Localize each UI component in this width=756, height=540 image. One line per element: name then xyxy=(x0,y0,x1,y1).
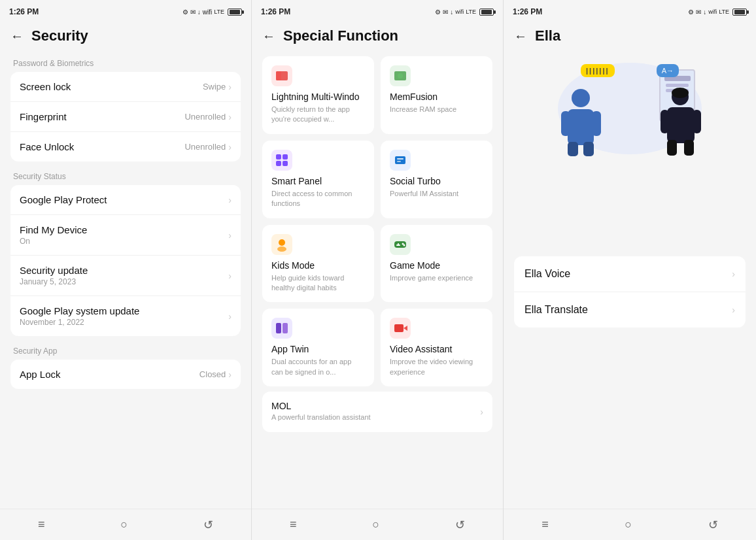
lightning-icon xyxy=(271,65,292,86)
svg-point-11 xyxy=(279,239,285,246)
security-status-group: Google Play Protect › Find My Device On … xyxy=(10,185,241,336)
security-app-group: App Lock Closed › xyxy=(10,360,241,389)
svg-rect-31 xyxy=(661,110,669,133)
svg-rect-5 xyxy=(283,154,288,160)
nav-home-1[interactable]: ○ xyxy=(120,518,128,532)
kids-mode-title: Kids Mode xyxy=(271,260,365,271)
fingerprint-title: Fingerprint xyxy=(20,111,67,122)
ella-translate-badge: A→ xyxy=(657,64,679,77)
video-assistant-card[interactable]: Video Assistant Improve the video viewin… xyxy=(381,309,492,386)
ella-voice-title: Ella Voice xyxy=(524,268,570,280)
svg-point-12 xyxy=(277,246,286,252)
password-biometrics-group: Screen lock Swipe › Fingerprint Unenroll… xyxy=(10,72,241,161)
svg-rect-9 xyxy=(397,158,404,160)
svg-marker-21 xyxy=(404,326,407,331)
nav-back-2[interactable]: ↺ xyxy=(455,518,465,532)
app-lock-chevron: › xyxy=(228,369,232,380)
find-my-device-title: Find My Device xyxy=(20,224,87,235)
google-play-protect-item[interactable]: Google Play Protect › xyxy=(10,185,241,215)
screen-lock-chevron: › xyxy=(228,82,232,92)
smart-panel-card[interactable]: Smart Panel Direct access to common func… xyxy=(262,141,374,218)
svg-rect-32 xyxy=(693,110,701,133)
svg-rect-18 xyxy=(276,323,281,333)
mol-chevron: › xyxy=(480,407,483,417)
back-button-3[interactable]: ← xyxy=(514,29,527,44)
network-icon-3: LTE xyxy=(719,8,729,15)
smart-panel-title: Smart Panel xyxy=(271,176,365,186)
face-unlock-item[interactable]: Face Unlock Unenrolled › xyxy=(10,132,241,161)
svg-rect-26 xyxy=(568,142,578,156)
page-header-3: ← Ella xyxy=(504,21,756,51)
face-unlock-value: Unenrolled xyxy=(184,142,226,152)
nav-menu-2[interactable]: ≡ xyxy=(290,518,297,532)
bottom-nav-1: ≡ ○ ↺ xyxy=(0,509,251,540)
app-twin-desc: Dual accounts for an app can be signed i… xyxy=(271,357,365,377)
memfusion-desc: Increase RAM space xyxy=(390,105,483,114)
google-play-protect-chevron: › xyxy=(228,195,232,205)
status-time-2: 1:26 PM xyxy=(261,7,290,16)
social-turbo-card[interactable]: Social Turbo Powerful IM Assistant xyxy=(381,141,492,218)
google-play-system-chevron: › xyxy=(228,311,232,322)
svg-point-29 xyxy=(672,88,689,98)
mol-desc: A powerful translation assistant xyxy=(271,413,371,422)
page-header-1: ← Security xyxy=(0,21,251,51)
page-header-2: ← Special Function xyxy=(252,21,503,51)
nav-back-1[interactable]: ↺ xyxy=(203,518,213,532)
back-button-2[interactable]: ← xyxy=(262,29,275,44)
memfusion-icon xyxy=(390,65,411,86)
fingerprint-item[interactable]: Fingerprint Unenrolled › xyxy=(10,102,241,132)
section-label-security: Security Status xyxy=(10,164,241,185)
mol-item[interactable]: MOL A powerful translation assistant › xyxy=(262,392,492,431)
app-twin-icon xyxy=(271,318,292,339)
screen-lock-item[interactable]: Screen lock Swipe › xyxy=(10,72,241,102)
svg-rect-6 xyxy=(276,161,281,166)
face-unlock-title: Face Unlock xyxy=(20,141,74,152)
nav-back-3[interactable]: ↺ xyxy=(708,518,718,532)
lightning-card[interactable]: Lightning Multi-Windo Quickly return to … xyxy=(262,56,374,134)
nav-home-3[interactable]: ○ xyxy=(625,518,632,532)
kids-mode-desc: Help guide kids toward healthy digital h… xyxy=(271,273,365,294)
smart-panel-desc: Direct access to common functions xyxy=(271,189,365,209)
download-icon-2: ↓ xyxy=(450,8,453,16)
security-update-title: Security update xyxy=(20,265,88,276)
screen-lock-value: Swipe xyxy=(203,82,226,92)
lightning-desc: Quickly return to the app you're occupie… xyxy=(271,105,365,125)
ella-options-group: Ella Voice › Ella Translate › xyxy=(514,256,746,328)
lightning-title: Lightning Multi-Windo xyxy=(271,92,365,102)
find-my-device-sub: On xyxy=(20,237,87,246)
svg-rect-24 xyxy=(561,111,570,136)
ella-voice-item[interactable]: Ella Voice › xyxy=(514,256,746,292)
nav-menu-3[interactable]: ≡ xyxy=(541,518,549,532)
nav-home-2[interactable]: ○ xyxy=(372,518,379,532)
security-panel: 1:26 PM ⚙ ✉ ↓ wifi LTE ← Security Passwo… xyxy=(0,0,252,540)
page-title-1: Security xyxy=(31,27,88,44)
video-assistant-icon xyxy=(390,318,411,339)
svg-rect-23 xyxy=(568,109,594,145)
back-button-1[interactable]: ← xyxy=(10,29,24,44)
kids-mode-card[interactable]: Kids Mode Help guide kids toward healthy… xyxy=(262,225,374,303)
google-play-system-item[interactable]: Google Play system update November 1, 20… xyxy=(10,296,241,336)
status-icons-1: ⚙ ✉ ↓ wifi LTE xyxy=(182,8,242,16)
app-lock-item[interactable]: App Lock Closed › xyxy=(10,360,241,389)
app-twin-card[interactable]: App Twin Dual accounts for an app can be… xyxy=(262,309,374,386)
ella-translate-title: Ella Translate xyxy=(524,304,588,316)
screen-lock-title: Screen lock xyxy=(20,81,71,92)
game-mode-card[interactable]: Game Mode Improve game experience xyxy=(381,225,492,303)
special-function-panel: 1:26 PM ⚙ ✉ ↓ wifi LTE ← Special Functio… xyxy=(252,0,504,540)
message-icon-1: ✉ xyxy=(190,8,196,16)
svg-point-17 xyxy=(404,244,405,246)
security-update-item[interactable]: Security update January 5, 2023 › xyxy=(10,256,241,296)
memfusion-card[interactable]: MemFusion Increase RAM space xyxy=(381,56,492,134)
ella-voice-chevron: › xyxy=(732,269,735,279)
svg-rect-8 xyxy=(395,156,405,164)
status-time-1: 1:26 PM xyxy=(9,7,39,16)
message-icon-3: ✉ xyxy=(696,8,701,16)
ella-spacer-2 xyxy=(504,328,756,509)
ella-translate-item[interactable]: Ella Translate › xyxy=(514,292,746,328)
download-icon-1: ↓ xyxy=(198,8,201,16)
mol-title: MOL xyxy=(271,401,371,411)
special-content-wrap: Lightning Multi-Windo Quickly return to … xyxy=(252,51,503,509)
status-bar-2: 1:26 PM ⚙ ✉ ↓ wifi LTE xyxy=(252,0,503,21)
nav-menu-1[interactable]: ≡ xyxy=(38,518,45,532)
find-my-device-item[interactable]: Find My Device On › xyxy=(10,215,241,256)
